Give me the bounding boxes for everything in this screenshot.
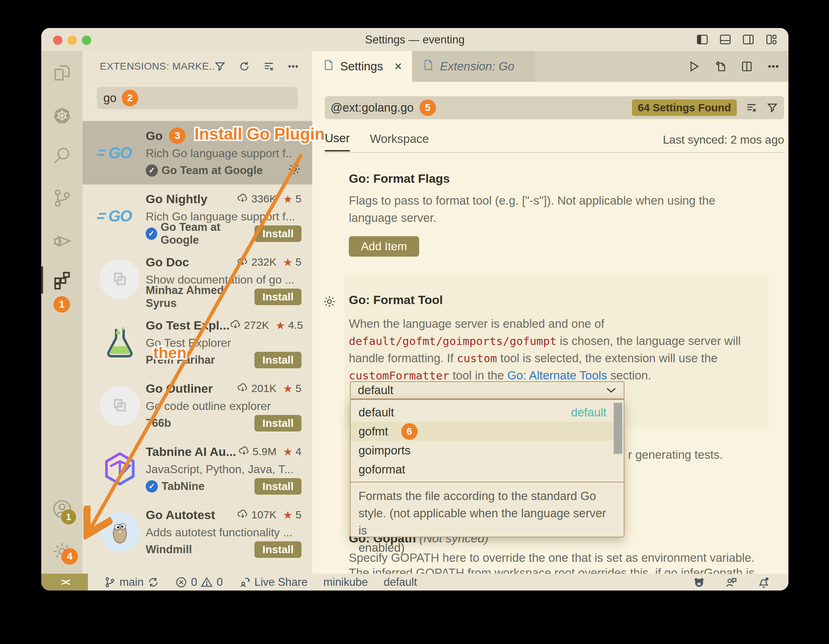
install-button[interactable]: Install	[254, 226, 301, 242]
downloads-icon	[237, 256, 248, 268]
extension-item-go-autotest[interactable]: Go Autotest 107K★5 Adds autotest functio…	[82, 500, 312, 564]
install-button[interactable]: Install	[254, 415, 301, 431]
go-logo-icon: GO	[100, 196, 140, 236]
star-icon: ★	[283, 193, 293, 205]
more-actions-icon[interactable]	[767, 60, 780, 73]
active-view-indicator	[41, 266, 43, 294]
extension-gear-icon[interactable]	[287, 162, 301, 179]
setting-gear-icon[interactable]	[322, 294, 337, 310]
star-icon: ★	[283, 256, 293, 268]
run-debug-icon[interactable]	[41, 230, 82, 251]
extensions-badge: 1	[54, 296, 70, 313]
clear-settings-search-icon[interactable]	[745, 102, 758, 114]
split-editor-icon[interactable]	[740, 60, 753, 73]
tab-extension-go[interactable]: Extension: Go	[412, 51, 535, 82]
filter-settings-icon[interactable]	[766, 102, 779, 114]
toggle-secondary-sidebar-icon[interactable]	[742, 33, 755, 46]
install-button[interactable]: Install	[254, 289, 301, 305]
search-icon[interactable]	[41, 145, 82, 166]
format-tool-select[interactable]: default	[350, 381, 624, 399]
sync-icon	[147, 576, 159, 588]
tabnine-hexagon-icon	[100, 449, 140, 489]
live-share-icon	[239, 576, 251, 588]
kubernetes-icon[interactable]	[41, 106, 82, 126]
setting-title-format-tool: Go: Format Tool	[349, 293, 443, 307]
go-outliner-icon	[100, 385, 140, 426]
extension-item-go-nightly[interactable]: GO Go Nightly 336K★5 Rich Go language su…	[82, 185, 312, 248]
file-icon	[422, 59, 440, 74]
annotation-badge-6: 6	[401, 423, 418, 440]
star-icon: ★	[283, 382, 293, 395]
clear-search-results-icon[interactable]	[263, 60, 275, 73]
branch-icon	[104, 576, 116, 588]
status-bar: >< main 0 0 Live Share minikube default	[41, 574, 788, 590]
annotation-badge-5: 5	[419, 99, 436, 116]
feedback-icon[interactable]	[725, 575, 738, 589]
more-actions-icon[interactable]	[287, 60, 299, 73]
remote-indicator[interactable]: ><	[41, 574, 88, 590]
extensions-list: GO Go 3 Rich Go language support f.. ✓ G…	[82, 121, 312, 574]
profile-indicator[interactable]: default	[384, 576, 417, 589]
add-item-button[interactable]: Add Item	[349, 236, 419, 257]
downloads-icon	[237, 193, 248, 205]
settings-search-value: @ext:golang.go	[331, 101, 414, 115]
dropdown-option-description: Formats the file according to the standa…	[351, 482, 624, 538]
scope-tab-workspace[interactable]: Workspace	[370, 132, 429, 151]
open-settings-json-icon[interactable]	[714, 60, 727, 73]
problems-indicator[interactable]: 0 0	[175, 576, 223, 589]
dropdown-option-default[interactable]: default default	[351, 403, 624, 422]
install-button[interactable]: Install	[254, 352, 301, 368]
warnings-icon	[201, 576, 213, 588]
toggle-panel-icon[interactable]	[719, 33, 732, 46]
settings-found-badge: 64 Settings Found	[632, 99, 737, 116]
install-button[interactable]: Install	[254, 541, 301, 558]
alternate-tools-link[interactable]: Go: Alternate Tools	[507, 369, 607, 382]
customize-layout-icon[interactable]	[765, 33, 778, 46]
gopher-icon	[100, 512, 140, 552]
verified-publisher-icon: ✓	[146, 480, 158, 492]
flask-icon	[100, 322, 140, 363]
occluded-setting-fragment: r generating tests.	[628, 448, 723, 462]
dropdown-option-goimports[interactable]: goimports	[351, 441, 624, 460]
dropdown-scrollbar[interactable]	[614, 403, 622, 454]
source-control-icon[interactable]	[41, 188, 82, 208]
close-tab-icon[interactable]: ×	[394, 59, 402, 74]
editor-tab-bar: Settings × Extension: Go	[312, 51, 788, 82]
extension-item-go-outliner[interactable]: Go Outliner 201K★5 Go code outline explo…	[82, 374, 312, 437]
install-button[interactable]: Install	[254, 478, 301, 495]
star-icon: ★	[283, 509, 293, 521]
errors-icon	[175, 576, 188, 588]
live-share-button[interactable]: Live Share	[239, 576, 307, 589]
setting-title-format-flags: Go: Format Flags	[349, 172, 450, 186]
filter-icon[interactable]	[214, 60, 226, 73]
accounts-badge: 1	[61, 509, 76, 524]
scope-tab-user[interactable]: User	[325, 131, 350, 152]
extension-item-go-doc[interactable]: Go Doc 232K★5 Show documentation of go .…	[82, 248, 312, 311]
dropdown-option-gofmt[interactable]: gofmt 6	[351, 422, 624, 441]
refresh-icon[interactable]	[238, 60, 251, 73]
window-title: Settings — eventing	[41, 33, 788, 46]
annotation-install-go-plugin: Install Go Plugin	[194, 124, 325, 144]
extension-item-go-test-explorer[interactable]: Go Test Expl... 272K★4.5 Go Test Explore…	[82, 311, 312, 374]
branch-indicator[interactable]: main	[104, 576, 159, 589]
toggle-primary-sidebar-icon[interactable]	[696, 33, 709, 46]
extensions-search-value: go	[103, 91, 117, 105]
verified-publisher-icon: ✓	[146, 164, 158, 177]
settings-search-input[interactable]: @ext:golang.go 5 64 Settings Found	[325, 96, 784, 119]
notifications-bell-icon[interactable]	[757, 575, 771, 589]
settings-gear-badge: 4	[61, 548, 78, 565]
explorer-icon[interactable]	[41, 62, 82, 83]
extension-item-tabnine[interactable]: Tabnine AI Au... 5.9M★4 JavaScript, Pyth…	[82, 437, 312, 500]
format-tool-dropdown: default default gofmt 6 goimports goform…	[350, 399, 624, 537]
downloads-icon	[237, 383, 248, 394]
gopher-status-icon[interactable]	[692, 575, 706, 589]
tab-settings[interactable]: Settings ×	[312, 51, 412, 82]
minikube-indicator[interactable]: minikube	[323, 576, 368, 589]
run-icon[interactable]	[687, 60, 700, 73]
annotation-then: then	[153, 344, 187, 362]
dropdown-option-goformat[interactable]: goformat	[351, 460, 624, 479]
extensions-search-input[interactable]: go 2	[97, 87, 298, 109]
sidebar-title: EXTENSIONS: MARKE...	[100, 61, 214, 72]
extensions-icon[interactable]	[41, 270, 82, 290]
title-bar: Settings — eventing	[41, 28, 788, 51]
